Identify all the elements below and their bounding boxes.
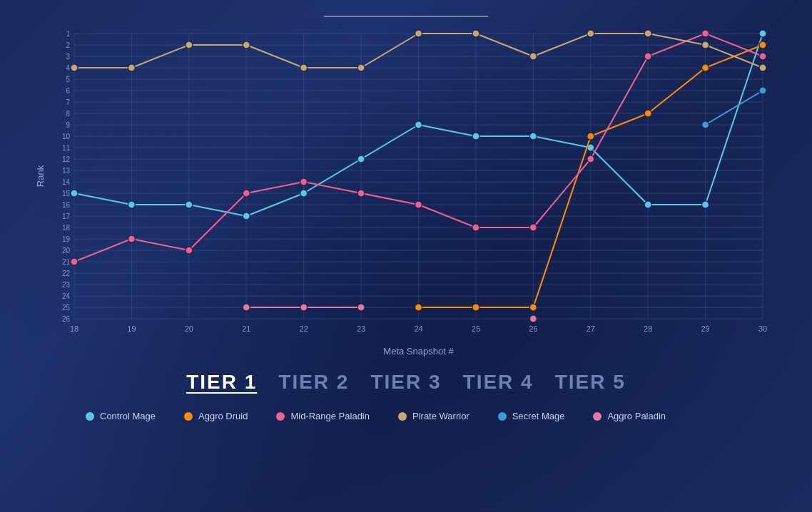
- svg-point-91: [702, 201, 709, 208]
- svg-text:26: 26: [529, 324, 537, 333]
- tier-item[interactable]: TIER 5: [555, 371, 626, 394]
- svg-point-117: [300, 64, 308, 71]
- svg-point-92: [759, 30, 766, 37]
- svg-point-85: [357, 155, 365, 163]
- svg-text:14: 14: [62, 178, 71, 186]
- svg-point-88: [529, 133, 537, 140]
- svg-point-113: [71, 64, 78, 71]
- chart-svg: 1234567891011121314151617181920212223242…: [35, 23, 777, 358]
- svg-text:21: 21: [242, 324, 250, 333]
- svg-point-121: [529, 53, 537, 60]
- svg-point-120: [472, 30, 479, 37]
- svg-text:18: 18: [70, 324, 78, 333]
- svg-text:22: 22: [62, 270, 71, 277]
- svg-text:20: 20: [62, 247, 71, 255]
- svg-point-110: [644, 53, 651, 60]
- svg-point-96: [587, 133, 594, 140]
- svg-point-119: [415, 30, 422, 37]
- title-underline: [324, 16, 488, 17]
- tier-legend: TIER 1TIER 2TIER 3TIER 4TIER 5: [29, 365, 783, 399]
- svg-point-129: [300, 304, 308, 311]
- svg-point-87: [472, 133, 479, 140]
- svg-text:28: 28: [644, 324, 652, 333]
- svg-text:15: 15: [62, 190, 71, 198]
- svg-point-94: [472, 304, 479, 311]
- svg-text:17: 17: [62, 213, 71, 220]
- svg-text:7: 7: [66, 98, 70, 106]
- svg-point-111: [702, 30, 709, 37]
- legend-item: Aggro Paladin: [593, 411, 666, 421]
- chart-area: 1234567891011121314151617181920212223242…: [35, 23, 777, 358]
- svg-text:20: 20: [185, 324, 193, 333]
- svg-point-82: [186, 201, 193, 208]
- svg-point-95: [529, 304, 537, 311]
- svg-point-100: [71, 258, 78, 265]
- svg-point-115: [186, 41, 193, 48]
- svg-text:11: 11: [62, 144, 71, 152]
- svg-text:5: 5: [66, 76, 70, 83]
- svg-point-84: [300, 190, 308, 197]
- legend-item: Mid-Range Paladin: [276, 411, 370, 421]
- svg-text:21: 21: [62, 258, 71, 266]
- legend-item: Control Mage: [86, 411, 156, 421]
- svg-point-125: [759, 64, 766, 71]
- svg-point-130: [357, 304, 365, 311]
- svg-point-114: [128, 64, 135, 71]
- svg-point-109: [587, 155, 594, 163]
- svg-point-127: [759, 87, 766, 94]
- svg-text:25: 25: [62, 304, 71, 312]
- svg-text:23: 23: [357, 324, 365, 333]
- svg-point-90: [644, 201, 651, 208]
- svg-text:19: 19: [127, 324, 136, 333]
- svg-point-123: [644, 30, 651, 37]
- legend-item: Secret Mage: [498, 411, 565, 421]
- deck-legend: Control MageAggro DruidMid-Range Paladin…: [29, 402, 783, 430]
- svg-point-86: [415, 121, 422, 128]
- svg-point-104: [300, 178, 308, 185]
- svg-point-118: [357, 64, 365, 71]
- svg-point-97: [644, 110, 651, 117]
- svg-text:22: 22: [300, 324, 308, 333]
- svg-text:12: 12: [62, 155, 71, 163]
- svg-text:4: 4: [66, 64, 70, 72]
- svg-text:23: 23: [62, 281, 71, 289]
- svg-text:30: 30: [758, 324, 767, 333]
- tier-item[interactable]: TIER 1: [186, 371, 257, 394]
- svg-point-105: [357, 190, 365, 197]
- svg-text:10: 10: [62, 133, 71, 140]
- tier-item[interactable]: TIER 4: [463, 371, 534, 394]
- legend-item: Pirate Warrior: [398, 411, 470, 421]
- svg-text:26: 26: [62, 315, 71, 323]
- title-area: [29, 0, 783, 17]
- svg-text:Rank: Rank: [35, 165, 46, 187]
- svg-point-101: [128, 235, 135, 242]
- svg-point-80: [71, 190, 78, 197]
- svg-point-122: [587, 30, 594, 37]
- svg-point-128: [243, 304, 250, 311]
- svg-point-93: [415, 304, 422, 311]
- svg-point-102: [186, 247, 193, 254]
- svg-point-124: [702, 41, 709, 48]
- svg-point-103: [243, 190, 250, 197]
- svg-text:1: 1: [66, 30, 70, 38]
- svg-point-131: [529, 315, 537, 322]
- svg-text:6: 6: [66, 87, 70, 95]
- svg-point-112: [759, 53, 766, 60]
- svg-text:19: 19: [62, 235, 71, 243]
- svg-text:25: 25: [472, 324, 480, 333]
- svg-point-126: [702, 121, 709, 128]
- svg-point-107: [472, 224, 479, 231]
- svg-point-83: [243, 213, 250, 220]
- svg-text:24: 24: [414, 324, 422, 333]
- svg-point-99: [759, 41, 766, 48]
- svg-text:29: 29: [701, 324, 709, 333]
- svg-point-81: [128, 201, 135, 208]
- svg-text:13: 13: [62, 167, 71, 175]
- svg-point-116: [243, 41, 250, 48]
- svg-text:2: 2: [66, 41, 70, 49]
- tier-item[interactable]: TIER 2: [278, 371, 349, 394]
- tier-item[interactable]: TIER 3: [370, 371, 441, 394]
- svg-text:16: 16: [62, 201, 71, 209]
- svg-text:8: 8: [66, 110, 70, 118]
- svg-text:24: 24: [62, 292, 71, 300]
